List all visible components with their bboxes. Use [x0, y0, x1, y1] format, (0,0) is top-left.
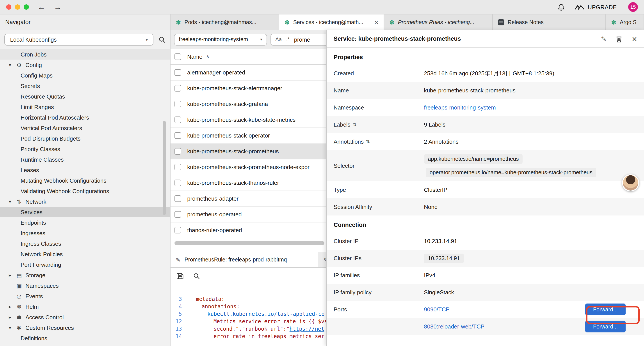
ip-family-policy-value: SingleStack — [424, 289, 637, 296]
sidebar-item[interactable]: Vertical Pod Autoscalers — [0, 123, 170, 133]
editor-search-icon[interactable] — [193, 273, 200, 279]
created-row: Created 253d 16h 6m ago (2025年1月13日 GMT+… — [326, 65, 644, 82]
chevron-icon[interactable] — [9, 304, 17, 310]
minimize-window-button[interactable] — [15, 4, 20, 10]
close-drawer-button[interactable]: × — [632, 34, 637, 43]
row-checkbox[interactable] — [174, 195, 181, 202]
sidebar-item[interactable]: Ingress Classes — [0, 238, 170, 249]
sidebar-item[interactable]: Custom Resources — [0, 322, 170, 333]
maximize-window-button[interactable] — [24, 4, 29, 10]
port-link[interactable]: 8080:reloader-web/TCP — [424, 323, 484, 330]
delete-button[interactable] — [616, 35, 622, 42]
upgrade-button[interactable]: UPGRADE — [574, 4, 617, 10]
drawer-title: Service: kube-prometheus-stack-prometheu… — [334, 35, 461, 42]
chevron-icon[interactable] — [9, 314, 17, 320]
sidebar-item-label: Network Policies — [20, 251, 63, 257]
sidebar-item[interactable]: Cron Jobs — [0, 49, 170, 59]
sidebar-scrollbar[interactable] — [163, 121, 166, 215]
forward-button[interactable]: Forward... — [585, 304, 626, 315]
sidebar-item[interactable]: Endpoints — [0, 217, 170, 228]
sidebar-item-label: Custom Resources — [26, 324, 74, 331]
annotations-value: 2 Annotations — [424, 138, 637, 145]
sidebar-item[interactable]: Access Control — [0, 312, 170, 322]
namespace-link[interactable]: freeleaps-monitoring-system — [424, 104, 496, 111]
regex-toggle[interactable]: .* — [286, 36, 290, 42]
sidebar-item[interactable]: Network — [0, 196, 170, 207]
floating-avatar[interactable] — [622, 174, 639, 191]
sidebar-item[interactable]: Limit Ranges — [0, 102, 170, 112]
expand-toggle-icon[interactable]: ⇅ — [366, 139, 370, 145]
row-checkbox[interactable] — [174, 164, 181, 170]
kubernetes-icon: ✽ — [611, 19, 616, 26]
sidebar-item[interactable]: Definitions — [0, 333, 170, 343]
chevron-icon[interactable] — [9, 325, 17, 331]
sidebar-item-label: Resource Quotas — [20, 93, 65, 100]
horizontal-scrollbar[interactable] — [174, 241, 324, 245]
close-tab-icon[interactable]: × — [374, 18, 378, 26]
tab-argo[interactable]: ✽ Argo S — [606, 14, 644, 30]
row-checkbox[interactable] — [174, 69, 181, 76]
release-notes-icon — [498, 19, 504, 25]
chevron-icon[interactable] — [9, 272, 17, 278]
row-checkbox[interactable] — [174, 180, 181, 186]
row-checkbox[interactable] — [174, 85, 181, 91]
kubeconfig-select[interactable]: Local Kubeconfigs ▾ — [4, 34, 154, 45]
sidebar-item[interactable]: Leases — [0, 165, 170, 175]
save-icon[interactable] — [177, 272, 184, 280]
sidebar-item[interactable]: Config — [0, 59, 170, 70]
chevron-icon[interactable] — [9, 199, 17, 204]
sidebar-item[interactable]: Horizontal Pod Autoscalers — [0, 112, 170, 123]
cluster-ip-chip[interactable]: 10.233.14.91 — [424, 253, 464, 263]
sidebar-item[interactable]: Helm — [0, 301, 170, 312]
sidebar-item[interactable]: Storage — [0, 270, 170, 280]
row-checkbox[interactable] — [174, 101, 181, 107]
close-window-button[interactable] — [6, 4, 12, 10]
sidebar-item[interactable]: Services — [0, 207, 170, 217]
app-window: ← → UPGRADE 15 Navigator ✽ Pods - iceche… — [0, 0, 644, 346]
notification-count-badge[interactable]: 15 — [628, 2, 638, 12]
name-column-header[interactable]: Name — [187, 53, 202, 60]
selector-chip[interactable]: operator.prometheus.io/name=kube-prometh… — [426, 168, 596, 177]
selector-chip[interactable]: app.kubernetes.io/name=prometheus — [424, 154, 523, 164]
sidebar-item[interactable]: Resource Quotas — [0, 91, 170, 102]
tab-release-notes[interactable]: Release Notes — [493, 14, 606, 30]
select-all-checkbox[interactable] — [174, 53, 181, 60]
notifications-bell-icon[interactable] — [558, 3, 564, 11]
forward-button[interactable]: → — [54, 3, 62, 11]
edit-icon: ✎ — [176, 256, 180, 263]
edit-button[interactable]: ✎ — [601, 35, 606, 43]
sidebar-item[interactable]: Namespaces — [0, 280, 170, 291]
row-checkbox[interactable] — [174, 227, 181, 233]
sidebar-item[interactable]: Ingresses — [0, 228, 170, 238]
service-name: prometheus-adapter — [187, 195, 238, 202]
sidebar-item[interactable]: Secrets — [0, 81, 170, 91]
sidebar-item[interactable]: Priority Classes — [0, 144, 170, 154]
row-checkbox[interactable] — [174, 211, 181, 218]
expand-toggle-icon[interactable]: ⇅ — [353, 122, 357, 127]
sidebar-item[interactable]: Config Maps — [0, 70, 170, 81]
tab-prometheus-rules[interactable]: ✽ Prometheus Rules - icecheng... — [384, 14, 493, 30]
tab-services[interactable]: ✽ Services - icecheng@math... × — [279, 14, 384, 30]
namespace-select[interactable]: freeleaps-monitoring-system ▾ — [174, 33, 267, 45]
window-controls — [6, 4, 29, 10]
sidebar-item[interactable]: Validating Webhook Configurations — [0, 186, 170, 196]
sort-asc-icon[interactable]: ∧ — [206, 54, 209, 59]
row-checkbox[interactable] — [174, 148, 181, 155]
port-link[interactable]: 9090/TCP — [424, 306, 450, 313]
sidebar-item[interactable]: Network Policies — [0, 249, 170, 259]
forward-button[interactable]: Forward... — [585, 321, 626, 333]
sidebar-item[interactable]: Events — [0, 291, 170, 301]
chevron-icon[interactable] — [9, 62, 17, 68]
sidebar-search-icon[interactable] — [159, 36, 166, 43]
match-case-toggle[interactable]: Aa — [275, 36, 282, 42]
dock-tab-prometheusrule[interactable]: ✎ PrometheusRule: freeleaps-prod-rabbitm… — [170, 252, 318, 267]
row-checkbox[interactable] — [174, 132, 181, 139]
row-checkbox[interactable] — [174, 116, 181, 123]
sidebar-item[interactable]: Mutating Webhook Configurations — [0, 175, 170, 186]
properties-heading: Properties — [334, 54, 637, 60]
tab-pods[interactable]: ✽ Pods - icecheng@mathmas... — [170, 14, 279, 30]
back-button[interactable]: ← — [38, 3, 45, 11]
sidebar-item[interactable]: Port Forwarding — [0, 259, 170, 270]
sidebar-item[interactable]: Runtime Classes — [0, 154, 170, 165]
sidebar-item[interactable]: Pod Disruption Budgets — [0, 133, 170, 144]
